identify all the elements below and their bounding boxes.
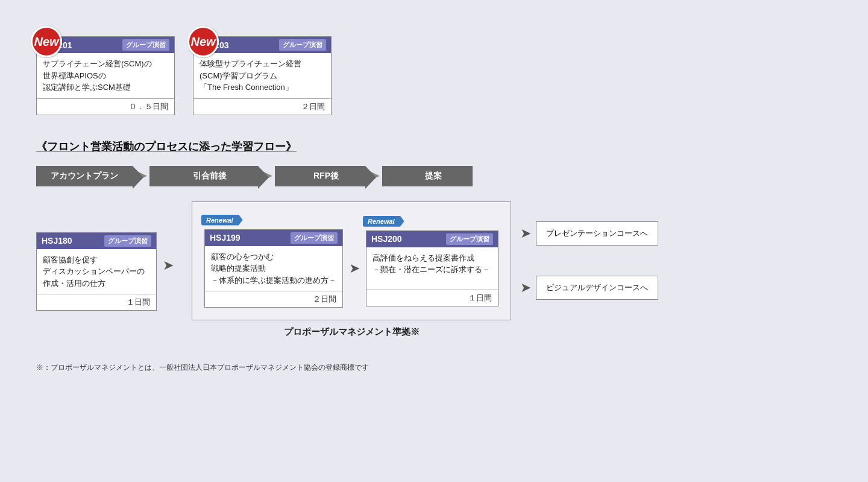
flow-arrow-1: ➤ (163, 258, 174, 273)
footnote: ※：プロポーザルマネジメントとは、一般社団法人日本プロポーザルマネジメント協会の… (36, 363, 832, 373)
card-hsj200: HSJ200 グループ演習 高評価をねらえる提案書作成－顕在・潜在ニーズに訴求す… (366, 230, 498, 306)
card-tag-hsj199: グループ演習 (291, 232, 338, 244)
card-header-hsj199: HSJ199 グループ演習 (205, 230, 342, 246)
flow-title: 《フロント営業活動のプロセスに添った学習フロー》 (36, 139, 832, 154)
course-id-hsj200: HSJ200 (371, 234, 402, 244)
card-header-hsj200: HSJ200 グループ演習 (366, 231, 498, 247)
link-row-visual: ➤ ビジュアルデザインコースへ (520, 276, 658, 300)
card-tag-hsj201: グループ演習 (122, 39, 169, 51)
proposal-area: Renewal HSJ199 グループ演習 顧客の心をつかむ戦略的提案活動－体系… (192, 201, 511, 321)
step-teian: 提案 (382, 166, 473, 186)
right-links: ➤ プレゼンテーションコースへ ➤ ビジュアルデザインコースへ (520, 221, 658, 300)
card-header-hsj180: HSJ180 グループ演習 (37, 233, 156, 249)
new-badge-hsj201: New (31, 26, 62, 57)
card-hsj203: New HSJ203 グループ演習 体験型サプライチェーン経営(SCM)学習プロ… (193, 36, 332, 115)
proposal-label: プロポーザルマネジメント準拠※ (284, 326, 420, 338)
link-row-presentation: ➤ プレゼンテーションコースへ (520, 221, 658, 246)
step-account: アカウントプラン (36, 166, 133, 186)
card-hsj201: New HSJ201 グループ演習 サプライチェーン経営(SCM)の世界標準AP… (36, 36, 175, 115)
card-footer-hsj180: １日間 (37, 294, 156, 310)
card-body-hsj199: 顧客の心をつかむ戦略的提案活動－体系的に学ぶ提案活動の進め方－ (205, 246, 342, 291)
card-container-hsj200: Renewal HSJ200 グループ演習 高評価をねらえる提案書作成－顕在・潜… (366, 224, 498, 306)
card-body-hsj180: 顧客協創を促すディスカッションペーパーの作成・活用の仕方 (37, 249, 156, 294)
renewal-badge-hsj200: Renewal (363, 216, 404, 227)
card-hsj199: HSJ199 グループ演習 顧客の心をつかむ戦略的提案活動－体系的に学ぶ提案活動… (204, 229, 343, 308)
card-footer-hsj199: ２日間 (205, 291, 342, 307)
course-id-hsj199: HSJ199 (210, 233, 241, 243)
card-container-hsj199: Renewal HSJ199 グループ演習 顧客の心をつかむ戦略的提案活動－体系… (204, 223, 343, 308)
flow-arrow-2: ➤ (349, 261, 360, 276)
card-container-hsj180: HSJ180 グループ演習 顧客協創を促すディスカッションペーパーの作成・活用の… (36, 220, 157, 311)
card-body-hsj201: サプライチェーン経営(SCM)の世界標準APIOSの認定講師と学ぶSCM基礎 (37, 53, 174, 98)
link-presentation[interactable]: プレゼンテーションコースへ (536, 221, 658, 246)
course-id-hsj180: HSJ180 (42, 236, 72, 246)
card-footer-hsj201: ０．５日間 (37, 98, 174, 115)
arrow-presentation: ➤ (520, 226, 531, 241)
new-badge-hsj203: New (187, 26, 219, 57)
card-body-hsj200: 高評価をねらえる提案書作成－顕在・潜在ニーズに訴求する－ (366, 247, 498, 290)
card-tag-hsj203: グループ演習 (279, 39, 326, 51)
card-footer-hsj200: １日間 (366, 290, 498, 306)
card-hsj180: HSJ180 グループ演習 顧客協創を促すディスカッションペーパーの作成・活用の… (36, 232, 157, 311)
card-footer-hsj203: ２日間 (193, 98, 331, 115)
top-cards-section: New HSJ201 グループ演習 サプライチェーン経営(SCM)の世界標準AP… (36, 18, 832, 115)
flow-section: 《フロント営業活動のプロセスに添った学習フロー》 アカウントプラン ➤ 引合前後… (36, 139, 832, 373)
arrow-visual: ➤ (520, 280, 531, 296)
card-tag-hsj200: グループ演習 (446, 233, 493, 245)
process-bar: アカウントプラン ➤ 引合前後 ➤ RFP後 ➤ 提案 (36, 166, 832, 186)
renewal-badge-hsj199: Renewal (201, 215, 243, 226)
step-hikiai: 引合前後 (149, 166, 258, 186)
step-rfp: RFP後 (275, 166, 365, 186)
link-visual[interactable]: ビジュアルデザインコースへ (536, 276, 658, 300)
card-body-hsj203: 体験型サプライチェーン経営(SCM)学習プログラム「The Fresh Conn… (193, 53, 331, 98)
card-tag-hsj180: グループ演習 (104, 235, 151, 247)
